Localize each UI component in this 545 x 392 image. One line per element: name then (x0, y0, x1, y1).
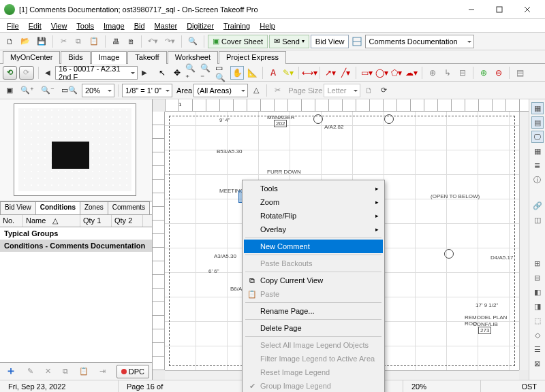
document-selector[interactable]: Comments Documentation (365, 35, 474, 48)
close-button[interactable] (514, 1, 541, 18)
undo-icon[interactable]: ↶▾ (145, 35, 161, 48)
left-tab-comments[interactable]: Comments (108, 201, 150, 214)
menu-master[interactable]: Master (151, 20, 182, 31)
selected-condition-row[interactable]: Conditions - Comments Documentation (0, 240, 152, 252)
col-qty2[interactable]: Qty 2 (112, 215, 143, 227)
menu-image[interactable]: Image (99, 20, 129, 31)
edit-condition-icon[interactable]: ✎ (23, 365, 37, 378)
plan-icon[interactable] (350, 35, 364, 48)
tab-image[interactable]: Image (91, 51, 127, 64)
tab-myoncenter[interactable]: MyOnCenter (3, 51, 60, 64)
send-button[interactable]: ✉Send▾ (269, 35, 309, 48)
page-size-selector[interactable]: Letter (324, 84, 360, 97)
crop-icon[interactable]: ✂ (270, 84, 284, 97)
copy-icon[interactable]: ⧉ (72, 35, 85, 48)
zoom-in-icon[interactable]: 🔍⁺ (185, 66, 199, 80)
line-icon[interactable]: ╱▾ (339, 66, 352, 80)
link-icon[interactable]: 🔗 (531, 199, 544, 212)
thumbnail-area[interactable] (0, 99, 152, 201)
area-selector[interactable]: (All Areas) (193, 84, 248, 97)
rectangle-icon[interactable]: ▭▾ (360, 66, 373, 80)
tab-worksheet[interactable]: Worksheet (168, 51, 218, 64)
print-preview-icon[interactable]: 🗎 (124, 35, 138, 48)
tab-takeoff[interactable]: Takeoff (127, 51, 166, 64)
page-next-button[interactable]: ▶ (140, 66, 150, 80)
tool-f-icon[interactable]: ◇ (531, 329, 544, 341)
measure-icon[interactable]: 📐 (245, 66, 259, 80)
cut-icon[interactable]: ✂ (57, 35, 70, 48)
print-icon[interactable]: 🖶 (109, 35, 123, 48)
tool-b-icon[interactable]: ⊟ (531, 272, 544, 284)
menu-view[interactable]: View (47, 20, 72, 31)
ctx-delete-page[interactable]: Delete Page (244, 321, 383, 335)
view-monitor-icon[interactable]: 🖵 (531, 131, 544, 143)
col-no[interactable]: No. (0, 215, 23, 227)
view-list-icon[interactable]: ≣ (531, 159, 544, 172)
tab-project-express[interactable]: Project Express (219, 51, 286, 64)
dpc-button[interactable]: DPC (116, 365, 149, 378)
menu-edit[interactable]: Edit (25, 20, 46, 31)
tool-d-icon[interactable]: ◨ (531, 300, 544, 312)
zoom-minus-icon[interactable]: 🔍⁻ (38, 84, 57, 97)
copy-condition-icon[interactable]: ⧉ (59, 365, 72, 378)
highlighter-icon[interactable]: ✎▾ (281, 66, 295, 80)
tool-e-icon[interactable]: ⬚ (531, 314, 544, 327)
col-name[interactable]: Name △ (23, 215, 80, 227)
arrow-icon[interactable]: ↗▾ (324, 66, 337, 80)
delete-condition-icon[interactable]: ✕ (41, 365, 54, 378)
new-icon[interactable]: 🗋 (3, 35, 16, 48)
open-icon[interactable]: 📂 (18, 35, 33, 48)
hotlink-icon[interactable]: ⊕ (426, 66, 439, 80)
paste-condition-icon[interactable]: 📋 (76, 365, 91, 378)
area-clear-icon[interactable]: △ (249, 84, 263, 97)
left-tab-zones[interactable]: Zones (80, 201, 108, 214)
move-icon[interactable]: ✥ (170, 66, 184, 80)
left-tab-bidview[interactable]: Bid View (0, 201, 36, 214)
ctx-rotate-flip[interactable]: Rotate/Flip (244, 209, 383, 223)
menu-training[interactable]: Training (219, 20, 254, 31)
ctx-zoom[interactable]: Zoom (244, 195, 383, 209)
view-grid2-icon[interactable]: ▦ (531, 145, 544, 157)
tab-bids[interactable]: Bids (61, 51, 90, 64)
menu-tools[interactable]: Tools (72, 20, 98, 31)
view-grid-icon[interactable]: ▦ (531, 102, 544, 114)
view-mixed-icon[interactable]: ▤ (531, 116, 544, 129)
zoom-selector[interactable]: 20% (82, 84, 114, 97)
text-annotation-icon[interactable]: A (266, 66, 280, 80)
tool-h-icon[interactable]: ⊠ (531, 357, 544, 370)
ellipse-icon[interactable]: ◯▾ (375, 66, 388, 80)
maximize-button[interactable] (486, 1, 513, 18)
redo-icon[interactable]: ↷▾ (162, 35, 178, 48)
cloud-icon[interactable]: ☁▾ (405, 66, 418, 80)
zoom-window-icon[interactable]: ▭🔍 (59, 84, 80, 97)
menu-help[interactable]: Help (255, 20, 279, 31)
col-qty1[interactable]: Qty 1 (80, 215, 112, 227)
page-prev-button[interactable]: ◀ (43, 66, 53, 80)
paste-icon[interactable]: 📋 (87, 35, 102, 48)
zoom-plus-icon[interactable]: 🔍⁺ (18, 84, 37, 97)
assign-condition-icon[interactable]: ⇥ (95, 365, 109, 378)
pan-icon[interactable]: ✋ (230, 66, 244, 80)
dimension-icon[interactable]: ⟷▾ (302, 66, 316, 80)
export-page-icon[interactable]: 🗋 (362, 84, 375, 97)
ctx-overlay[interactable]: Overlay (244, 223, 383, 236)
nav-forward-button[interactable]: ⟳ (19, 66, 33, 80)
hotlink-arrow-icon[interactable]: ↳ (441, 66, 454, 80)
view-info-icon[interactable]: ⓘ (531, 174, 544, 186)
page-selector[interactable]: 16 - 00017 - A2.31 2nd F (55, 66, 137, 80)
refresh-page-icon[interactable]: ⟳ (377, 84, 390, 97)
cover-sheet-button[interactable]: ▣Cover Sheet (208, 35, 268, 48)
save-icon[interactable]: 💾 (34, 35, 49, 48)
group-row[interactable]: Typical Groups (0, 227, 152, 240)
zoom-fit-icon[interactable]: ▣ (3, 84, 16, 97)
vertical-scrollbar[interactable] (519, 112, 529, 370)
ruler-v-icon[interactable]: ⊟ (456, 66, 469, 80)
nav-back-button[interactable]: ⟲ (3, 66, 17, 80)
zoom-out-icon[interactable]: 🔍⁻ (200, 66, 214, 80)
layers-icon[interactable]: ◫ (531, 214, 544, 226)
menu-digitizer[interactable]: Digitizer (183, 20, 218, 31)
tool-c-icon[interactable]: ◧ (531, 286, 544, 298)
add-condition-icon[interactable]: ＋ (3, 365, 19, 378)
left-tab-conditions[interactable]: Conditions (35, 201, 80, 214)
ctx-new-comment[interactable]: New Comment (244, 240, 383, 253)
